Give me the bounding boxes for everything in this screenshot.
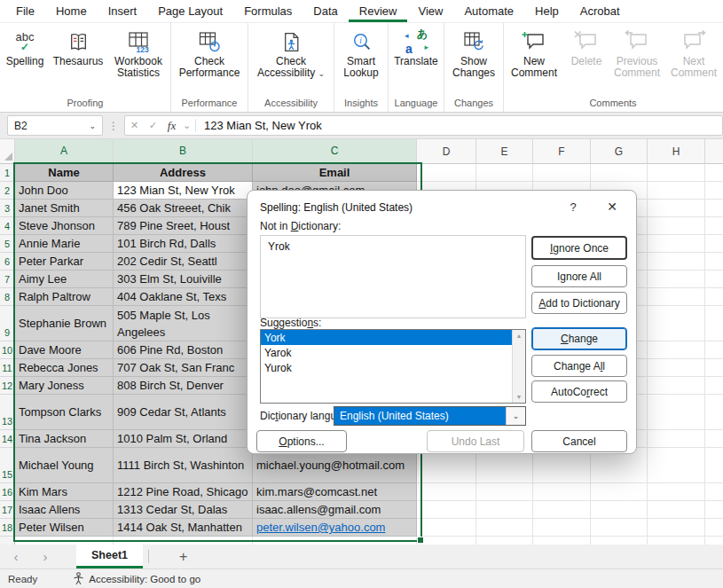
cell-name[interactable]: Janet Smith <box>15 200 114 217</box>
cell-empty[interactable] <box>705 448 723 483</box>
tab-help[interactable]: Help <box>524 0 570 22</box>
cell-empty[interactable] <box>648 395 705 430</box>
tab-view[interactable]: View <box>407 0 453 22</box>
formula-field[interactable]: ✕ ✓ fx ⌄ 123 Mian St, New Yrok <box>124 115 723 136</box>
show-changes-button[interactable]: Show Changes <box>444 25 503 79</box>
sheet-tab-sheet1[interactable]: Sheet1 <box>76 545 143 568</box>
smart-lookup-button[interactable]: i Smart Lookup <box>334 25 388 79</box>
cell-email[interactable]: Email <box>253 164 417 182</box>
cell-name[interactable]: Tompson Clarks <box>15 395 114 430</box>
cell-empty[interactable] <box>476 164 533 182</box>
cell-empty[interactable] <box>705 288 723 306</box>
delete-comment-button[interactable]: Delete <box>564 25 609 67</box>
cancel-entry-icon[interactable]: ✕ <box>125 120 144 131</box>
check-performance-button[interactable]: Check Performance <box>171 25 248 79</box>
column-header-h[interactable]: H <box>648 139 705 164</box>
tab-home[interactable]: Home <box>45 0 98 22</box>
cell-name[interactable]: Name <box>15 164 114 182</box>
cell-empty[interactable] <box>648 182 705 200</box>
chevron-down-icon[interactable]: ⌄ <box>89 122 96 130</box>
select-all-corner[interactable] <box>0 139 15 164</box>
previous-comment-button[interactable]: Previous Comment <box>609 25 665 79</box>
cell-email[interactable]: kim.mars@comcast.net <box>253 483 417 501</box>
cell-name[interactable]: Aimy Lee <box>15 270 114 288</box>
cell-empty[interactable] <box>533 164 591 182</box>
cell-address[interactable]: Address <box>114 164 253 182</box>
cell-empty[interactable] <box>705 217 723 235</box>
cell-empty[interactable] <box>648 270 705 288</box>
row-number[interactable]: 13 <box>0 395 15 430</box>
column-header-g[interactable]: G <box>591 139 648 164</box>
cell-empty[interactable] <box>648 377 705 395</box>
cell-address[interactable]: 909 Cedar St, Atlants <box>114 395 253 430</box>
cell-empty[interactable] <box>705 359 723 377</box>
cell-name[interactable]: Tina Jackson <box>15 430 114 448</box>
name-box[interactable]: B2 ⌄ <box>7 115 103 136</box>
spelling-button[interactable]: abc✓ Spelling <box>0 25 50 67</box>
cell-empty[interactable] <box>648 448 705 483</box>
check-accessibility-button[interactable]: Check Accessibility ⌄ <box>248 25 334 80</box>
column-header-f[interactable]: F <box>533 139 591 164</box>
cell-empty[interactable] <box>705 519 723 537</box>
row-number[interactable]: 1 <box>0 164 15 182</box>
cell-empty[interactable] <box>591 501 648 519</box>
row-number[interactable]: 15 <box>0 448 15 483</box>
cell-name[interactable]: Steve Jhonson <box>15 217 114 235</box>
cell-empty[interactable] <box>533 501 591 519</box>
cell-empty[interactable] <box>705 182 723 200</box>
change-all-button[interactable]: Change All <box>531 355 627 377</box>
cell-empty[interactable] <box>648 217 705 235</box>
cell-address[interactable]: 707 Oak St, San Franc <box>114 359 253 377</box>
tab-acrobat[interactable]: Acrobat <box>570 0 631 22</box>
row-number[interactable]: 10 <box>0 341 15 359</box>
cell-empty[interactable] <box>705 483 723 501</box>
cell-name[interactable]: Annie Marie <box>15 235 114 253</box>
options-button[interactable]: Options... <box>256 430 347 452</box>
cell-name[interactable]: Isaac Allens <box>15 501 114 519</box>
cell-name[interactable]: John Doo <box>15 182 114 200</box>
chevron-down-icon[interactable]: ⌄ <box>181 120 193 131</box>
change-button[interactable]: Change <box>531 327 627 350</box>
cell-empty[interactable] <box>417 519 476 537</box>
suggestion-item[interactable]: Yurok <box>261 360 525 375</box>
cell-name[interactable]: Peter Wilsen <box>15 519 114 537</box>
tab-formulas[interactable]: Formulas <box>233 0 303 22</box>
cell-name[interactable]: Stephanie Brown <box>15 306 114 341</box>
scroll-up-icon[interactable]: ▲ <box>516 333 523 339</box>
cell-empty[interactable] <box>417 483 476 501</box>
tab-insert[interactable]: Insert <box>98 0 148 22</box>
ignore-once-button[interactable]: Ignore Once <box>531 236 627 260</box>
cell-empty[interactable] <box>705 377 723 395</box>
cell-empty[interactable] <box>705 200 723 217</box>
cell-empty[interactable] <box>705 341 723 359</box>
cell-empty[interactable] <box>705 501 723 519</box>
cell-address[interactable]: 1010 Palm St, Orland <box>114 430 253 448</box>
suggestions-list[interactable]: York Yarok Yurok ▲ ▼ <box>260 329 526 404</box>
cell-email[interactable]: peter.wilsen@yahoo.com <box>253 519 417 537</box>
column-header-c[interactable]: C <box>253 139 417 164</box>
cell-address[interactable]: 1212 Pine Road, Shicago <box>114 483 253 501</box>
not-in-dictionary-box[interactable]: Yrok <box>260 235 526 318</box>
cell-empty[interactable] <box>417 164 476 182</box>
cell-empty[interactable] <box>705 306 723 341</box>
next-comment-button[interactable]: Next Comment <box>665 25 722 79</box>
chevron-down-icon[interactable]: ⌄ <box>506 407 525 425</box>
cell-empty[interactable] <box>705 430 723 448</box>
row-number[interactable]: 6 <box>0 253 15 270</box>
row-number[interactable]: 4 <box>0 217 15 235</box>
cell-empty[interactable] <box>648 519 705 537</box>
cell-empty[interactable] <box>591 519 648 537</box>
cell-empty[interactable] <box>417 537 476 545</box>
cell-address[interactable]: 101 Birch Rd, Dalls <box>114 235 253 253</box>
cell-empty[interactable] <box>591 537 648 545</box>
cell-empty[interactable] <box>114 537 253 545</box>
scrollbar[interactable]: ▲ ▼ <box>512 330 525 403</box>
accessibility-status[interactable]: Accessibility: Good to go <box>89 574 200 584</box>
enter-entry-icon[interactable]: ✓ <box>144 120 162 131</box>
ignore-all-button[interactable]: Ignore All <box>531 265 627 287</box>
row-number[interactable] <box>0 537 15 545</box>
cell-empty[interactable] <box>648 306 705 341</box>
cell-empty[interactable] <box>705 270 723 288</box>
cell-address[interactable]: 505 Maple St, Los Angelees <box>114 306 253 341</box>
tab-automate[interactable]: Automate <box>453 0 524 22</box>
